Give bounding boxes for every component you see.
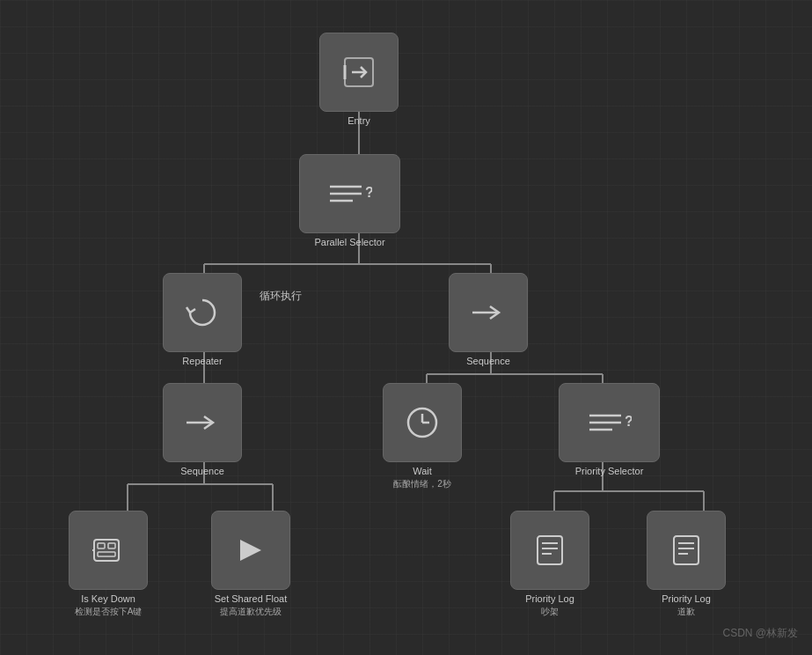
is-key-down-node[interactable]: Is Key Down 检测是否按下A键 bbox=[69, 511, 148, 618]
is-key-down-label: Is Key Down bbox=[81, 593, 135, 604]
priority-selector-icon: ? bbox=[588, 408, 632, 437]
entry-label: Entry bbox=[347, 115, 370, 126]
set-shared-float-sublabel: 提高道歉优先级 bbox=[220, 606, 282, 618]
sequence-left-node[interactable]: Sequence bbox=[163, 383, 242, 476]
wait-icon bbox=[405, 405, 440, 440]
is-key-down-icon bbox=[91, 533, 126, 568]
priority-log-2-sublabel: 道歉 bbox=[677, 606, 695, 618]
loop-annotation: 循环执行 bbox=[260, 289, 302, 304]
repeater-label: Repeater bbox=[182, 356, 222, 366]
is-key-down-box[interactable] bbox=[69, 511, 148, 590]
priority-selector-label: Priority Selector bbox=[575, 466, 644, 476]
wait-sublabel: 酝酿情绪，2秒 bbox=[393, 478, 451, 490]
sequence-right-node[interactable]: Sequence bbox=[449, 273, 528, 366]
svg-rect-39 bbox=[538, 536, 562, 564]
sequence-left-label: Sequence bbox=[180, 466, 224, 476]
parallel-selector-label: Parallel Selector bbox=[314, 237, 384, 247]
svg-rect-35 bbox=[108, 543, 115, 548]
repeater-node[interactable]: Repeater bbox=[163, 273, 242, 366]
sequence-left-box[interactable] bbox=[163, 383, 242, 462]
repeater-icon bbox=[185, 295, 220, 330]
entry-icon bbox=[343, 56, 375, 88]
priority-log-2-node[interactable]: Priority Log 道歉 bbox=[647, 511, 726, 618]
wait-node[interactable]: Wait 酝酿情绪，2秒 bbox=[383, 383, 462, 490]
entry-box[interactable] bbox=[319, 33, 399, 112]
priority-log-1-label: Priority Log bbox=[525, 593, 574, 604]
svg-rect-43 bbox=[674, 536, 699, 564]
sequence-right-box[interactable] bbox=[449, 273, 528, 352]
entry-node[interactable]: Entry bbox=[319, 33, 399, 126]
priority-selector-box[interactable]: ? bbox=[559, 383, 660, 462]
svg-text:?: ? bbox=[625, 414, 632, 429]
svg-rect-34 bbox=[98, 543, 105, 548]
sequence-right-label: Sequence bbox=[466, 356, 510, 366]
is-key-down-sublabel: 检测是否按下A键 bbox=[75, 606, 143, 618]
priority-log-2-box[interactable] bbox=[647, 511, 726, 590]
priority-log-1-node[interactable]: Priority Log 吵架 bbox=[510, 511, 589, 618]
sequence-right-icon bbox=[471, 300, 506, 325]
wait-box[interactable] bbox=[383, 383, 462, 462]
priority-log-1-sublabel: 吵架 bbox=[541, 606, 559, 618]
priority-selector-node[interactable]: ? Priority Selector bbox=[559, 383, 660, 476]
parallel-selector-icon: ? bbox=[328, 180, 372, 208]
watermark: CSDN @林新发 bbox=[722, 626, 798, 641]
priority-log-2-label: Priority Log bbox=[662, 593, 711, 604]
priority-log-2-icon bbox=[669, 533, 704, 568]
parallel-selector-box[interactable]: ? bbox=[299, 154, 400, 233]
svg-text:?: ? bbox=[365, 185, 372, 200]
wait-label: Wait bbox=[413, 466, 432, 476]
priority-log-1-box[interactable] bbox=[510, 511, 589, 590]
set-shared-float-label: Set Shared Float bbox=[215, 593, 288, 604]
svg-rect-36 bbox=[98, 552, 115, 556]
priority-log-1-icon bbox=[532, 533, 567, 568]
svg-marker-38 bbox=[240, 540, 261, 561]
sequence-left-icon bbox=[185, 410, 220, 435]
set-shared-float-icon bbox=[233, 533, 268, 568]
parallel-selector-node[interactable]: ? Parallel Selector bbox=[299, 154, 400, 247]
repeater-box[interactable] bbox=[163, 273, 242, 352]
set-shared-float-node[interactable]: Set Shared Float 提高道歉优先级 bbox=[211, 511, 290, 618]
set-shared-float-box[interactable] bbox=[211, 511, 290, 590]
